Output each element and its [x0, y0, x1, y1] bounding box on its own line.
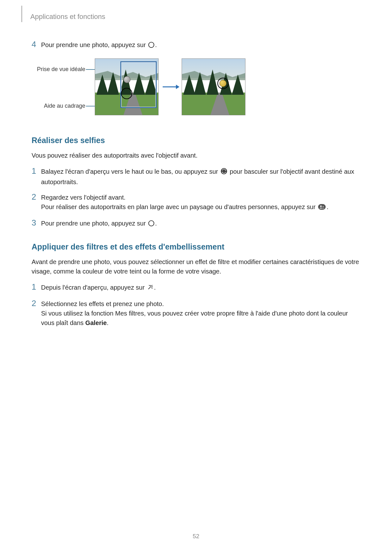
filters-step-1: 1 Depuis l'écran d'aperçu, appuyez sur . — [32, 282, 360, 293]
step-number: 2 — [32, 192, 41, 202]
step-number: 1 — [32, 166, 41, 176]
svg-line-15 — [152, 288, 152, 288]
screenshot-before — [95, 58, 159, 115]
heading-filters: Appliquer des filtres et des effets d'em… — [32, 242, 360, 251]
step-text: Pour prendre une photo, appuyez sur . — [41, 40, 157, 51]
text: . — [327, 203, 329, 210]
selfies-step-3: 3 Pour prendre une photo, appuyez sur . — [32, 218, 360, 229]
step-text: Depuis l'écran d'aperçu, appuyez sur . — [41, 282, 156, 293]
page-number: 52 — [0, 533, 392, 540]
svg-line-14 — [149, 285, 150, 286]
screenshot-after — [182, 58, 245, 115]
wide-selfie-icon — [318, 203, 326, 213]
svg-point-7 — [320, 206, 322, 207]
filters-intro: Avant de prendre une photo, vous pouvez … — [32, 257, 360, 276]
shutter-circle-icon — [148, 220, 154, 229]
switch-camera-icon — [220, 168, 227, 177]
step-number: 1 — [32, 282, 41, 292]
selfies-intro: Vous pouvez réaliser des autoportraits a… — [32, 151, 360, 160]
svg-marker-2 — [176, 85, 179, 89]
callout-framing-guide: Aide au cadrage — [22, 103, 85, 109]
step-4: 4 Pour prendre une photo, appuyez sur . — [32, 40, 360, 51]
aligned-marker — [220, 80, 226, 87]
text: Sélectionnez les effets et prenez une ph… — [41, 300, 164, 307]
guide-circle — [121, 88, 132, 99]
text: Regardez vers l'objectif avant. — [41, 194, 125, 201]
selfies-step-2: 2 Regardez vers l'objectif avant. Pour r… — [32, 192, 360, 213]
text: Balayez l'écran d'aperçu vers le haut ou… — [41, 168, 220, 175]
text: Pour prendre une photo, appuyez sur — [41, 220, 148, 227]
step-text: Sélectionnez les effets et prenez une ph… — [41, 299, 360, 328]
selfies-step-1: 1 Balayez l'écran d'aperçu vers le haut … — [32, 166, 360, 187]
target-marker — [124, 76, 130, 83]
text: . — [155, 41, 157, 48]
svg-point-8 — [323, 206, 324, 207]
page-content: Applications et fonctions 4 Pour prendre… — [0, 0, 392, 346]
camera-guide-figure: Prise de vue idéale Aide au cadrage — [32, 58, 360, 122]
step-text: Balayez l'écran d'aperçu vers le haut ou… — [41, 166, 360, 187]
svg-line-10 — [148, 287, 151, 289]
step-text: Regardez vers l'objectif avant. Pour réa… — [41, 192, 329, 213]
text: Pour réaliser des autoportraits en plan … — [41, 203, 317, 210]
step-number: 3 — [32, 218, 41, 227]
callout-ideal-shot: Prise de vue idéale — [22, 66, 85, 73]
text: Depuis l'écran d'aperçu, appuyez sur — [41, 284, 146, 291]
step-number: 4 — [32, 40, 41, 49]
magic-wand-icon — [147, 284, 153, 293]
text: . — [155, 220, 157, 227]
shutter-circle-icon — [148, 41, 154, 51]
filters-step-2: 2 Sélectionnez les effets et prenez une … — [32, 299, 360, 328]
svg-point-9 — [148, 221, 154, 226]
text: Pour prendre une photo, appuyez sur — [41, 41, 148, 48]
step-number: 2 — [32, 299, 41, 308]
text: . — [107, 319, 109, 326]
gallery-app-name: Galerie — [85, 319, 107, 326]
svg-rect-6 — [318, 204, 326, 210]
arrow-right-icon — [162, 84, 179, 91]
text: . — [154, 284, 156, 291]
svg-point-0 — [148, 42, 154, 48]
step-text: Pour prendre une photo, appuyez sur . — [41, 218, 157, 229]
svg-line-13 — [152, 285, 152, 286]
ideal-frame-overlay — [120, 61, 157, 108]
heading-selfies: Réaliser des selfies — [32, 136, 360, 145]
page-header: Applications et fonctions — [30, 13, 360, 21]
